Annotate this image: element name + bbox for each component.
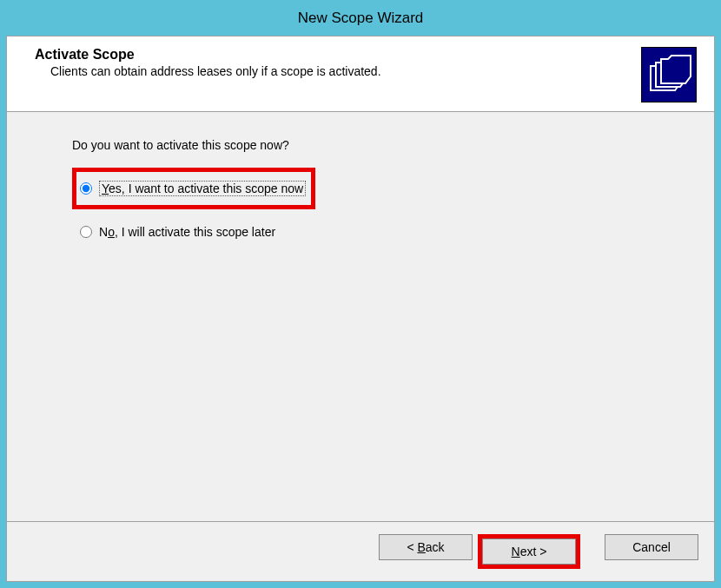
radio-no-prefix: N xyxy=(99,225,108,239)
radio-yes-mnemonic: Y xyxy=(102,182,109,195)
wizard-content: Activate Scope Clients can obtain addres… xyxy=(6,36,715,582)
folder-icon xyxy=(641,47,697,102)
radio-yes[interactable] xyxy=(80,182,92,195)
header-heading: Activate Scope xyxy=(35,47,381,63)
question-text: Do you want to activate this scope now? xyxy=(72,138,662,152)
next-button[interactable]: Next > xyxy=(482,538,576,565)
highlight-yes-option: Yes, I want to activate this scope now xyxy=(72,168,315,209)
back-button[interactable]: < Back xyxy=(379,534,473,560)
radio-yes-text: es, I want to activate this scope now xyxy=(109,182,303,195)
cancel-button[interactable]: Cancel xyxy=(605,534,698,560)
wizard-window: New Scope Wizard Activate Scope Clients … xyxy=(0,0,721,588)
header-subtext: Clients can obtain address leases only i… xyxy=(50,64,381,78)
header-text: Activate Scope Clients can obtain addres… xyxy=(35,47,381,78)
window-title: New Scope Wizard xyxy=(6,6,715,36)
button-gap xyxy=(585,534,599,569)
button-bar: < Back Next > Cancel xyxy=(7,521,714,581)
wizard-header: Activate Scope Clients can obtain addres… xyxy=(7,36,714,112)
highlight-next-button: Next > xyxy=(478,534,580,569)
radio-option-no[interactable]: No, I will activate this scope later xyxy=(72,221,662,242)
wizard-body: Do you want to activate this scope now? … xyxy=(7,112,714,521)
radio-yes-label[interactable]: Yes, I want to activate this scope now xyxy=(99,181,306,196)
radio-no-mnemonic: o xyxy=(108,225,115,239)
radio-no[interactable] xyxy=(80,226,92,238)
radio-option-yes[interactable]: Yes, I want to activate this scope now xyxy=(76,177,311,200)
radio-no-text: , I will activate this scope later xyxy=(115,225,275,239)
radio-no-label[interactable]: No, I will activate this scope later xyxy=(99,225,275,239)
